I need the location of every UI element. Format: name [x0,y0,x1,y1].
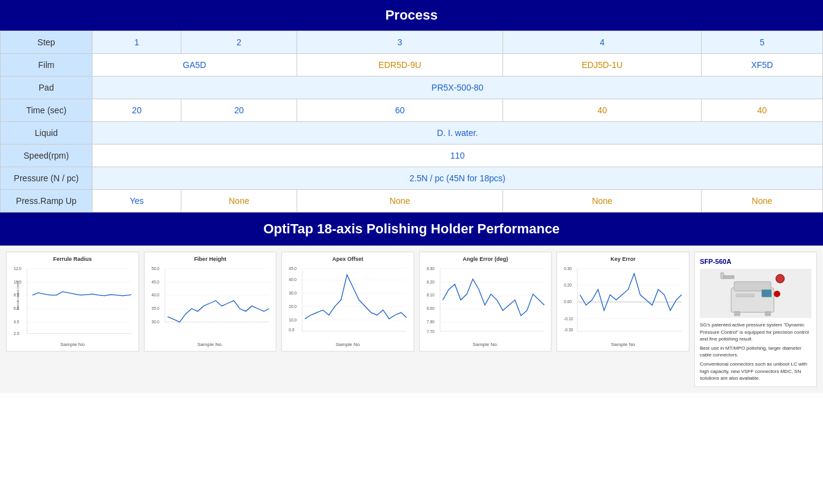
chart-fiber-height-title: Fiber Height [148,256,273,262]
time-label: Time (sec) [1,99,93,122]
chart-ferrule-radius-svg: 12.0 10.0 8.0 6.0 4.0 2.0 Ferrule radius… [10,265,135,338]
time-5: 40 [702,99,823,122]
svg-rect-70 [765,311,771,316]
svg-text:12.0: 12.0 [13,266,21,271]
svg-text:0.0: 0.0 [289,328,294,332]
step-label: Step [1,31,93,54]
svg-text:30.0: 30.0 [151,320,159,324]
pad-value: PR5X-500-80 [93,77,823,99]
film-label: Film [1,54,93,77]
svg-text:45.0: 45.0 [289,266,297,271]
speed-label: Speed(rpm) [1,145,93,167]
film-3: EDR5D-9U [297,54,503,77]
liquid-label: Liquid [1,122,93,145]
svg-text:8.20: 8.20 [427,280,434,284]
svg-text:30.0: 30.0 [289,291,297,295]
svg-text:20.0: 20.0 [289,304,297,309]
svg-text:50.0: 50.0 [151,266,159,271]
chart-fiber-height-svg: 50.0 45.0 40.0 35.0 30.0 [148,265,273,338]
speed-value: 110 [93,145,823,167]
svg-text:0.20: 0.20 [564,283,572,287]
step-1: 1 [93,31,181,54]
time-row: Time (sec) 20 20 60 40 40 [1,99,823,122]
film-1-2: GA5D [93,54,297,77]
pressure-label: Pressure (N / pc) [1,167,93,190]
chart-angle-error: Angle Error (deg) 8.30 8.20 8.10 8.00 7.… [419,252,552,352]
step-5: 5 [702,31,823,54]
svg-text:7.70: 7.70 [427,329,434,334]
svg-text:40.0: 40.0 [289,277,297,282]
svg-text:40.0: 40.0 [151,293,159,297]
chart-apex-offset-xlabel: Sample No [286,342,410,347]
chart-ferrule-radius-xlabel: Sample No [10,342,135,347]
process-table: Step 1 2 3 4 5 Film GA5D EDR5D-9U EDJ5D-… [0,31,823,213]
svg-rect-67 [721,273,724,279]
chart-key-error: Key Error 0.30 0.20 0.00 -0.10 -0.30 Sam… [556,252,689,352]
sfp-desc2: Best use in MT/MPO polishing, larger dia… [700,345,811,358]
svg-text:10.0: 10.0 [289,318,297,322]
svg-text:8.00: 8.00 [427,306,434,310]
chart-ferrule-radius: Ferrule Radius 12.0 10.0 8.0 6.0 4.0 2.0… [6,252,139,352]
performance-header: OptiTap 18-axis Polishing Holder Perform… [0,213,823,246]
sfp-desc3: Conventional connectors such as uniboot … [700,361,811,382]
pad-row: Pad PR5X-500-80 [1,77,823,99]
chart-ferrule-radius-title: Ferrule Radius [10,256,135,262]
chart-fiber-height: Fiber Height 50.0 45.0 40.0 35.0 30.0 Sa… [144,252,277,352]
svg-text:35.0: 35.0 [151,306,159,310]
svg-rect-71 [736,294,754,297]
chart-angle-error-title: Angle Error (deg) [423,256,548,262]
svg-text:4.0: 4.0 [13,320,19,324]
press-ramp-row: Press.Ramp Up Yes None None None None [1,190,823,213]
pressure-value: 2.5N / pc (45N for 18pcs) [93,167,823,190]
svg-text:7.90: 7.90 [427,320,434,324]
sfp-machine-svg [719,269,792,317]
pad-label: Pad [1,77,93,99]
chart-fiber-height-xlabel: Sample No. [148,342,273,347]
process-header: Process [0,0,823,31]
sfp-title: SFP-560A [700,257,811,266]
chart-key-error-title: Key Error [561,256,685,262]
film-5: XF5D [702,54,823,77]
svg-point-65 [774,291,780,297]
chart-angle-error-svg: 8.30 8.20 8.10 8.00 7.90 7.70 [423,265,548,338]
time-2: 20 [181,99,297,122]
svg-text:0.30: 0.30 [564,266,572,271]
svg-rect-64 [762,290,772,297]
liquid-value: D. I. water. [93,122,823,145]
press-ramp-3: None [297,190,503,213]
chart-angle-error-xlabel: Sample No. [423,342,548,347]
step-row: Step 1 2 3 4 5 [1,31,823,54]
press-ramp-5: None [702,190,823,213]
film-4: EDJ5D-1U [503,54,702,77]
svg-text:0.00: 0.00 [564,299,572,304]
svg-text:-0.30: -0.30 [564,328,574,332]
pressure-row: Pressure (N / pc) 2.5N / pc (45N for 18p… [1,167,823,190]
sfp-image [700,269,811,318]
time-1: 20 [93,99,181,122]
svg-text:2.0: 2.0 [13,331,19,336]
press-ramp-1: Yes [93,190,181,213]
chart-apex-offset-svg: 45.0 40.0 30.0 20.0 10.0 0.0 [286,265,410,338]
liquid-row: Liquid D. I. water. [1,122,823,145]
chart-key-error-svg: 0.30 0.20 0.00 -0.10 -0.30 [561,265,685,338]
svg-text:Ferrule radius (mm): Ferrule radius (mm) [16,280,20,310]
chart-apex-offset-title: Apex Offset [286,256,410,262]
press-ramp-label: Press.Ramp Up [1,190,93,213]
svg-text:-0.10: -0.10 [564,317,574,321]
speed-row: Speed(rpm) 110 [1,145,823,167]
chart-key-error-xlabel: Sample No [561,342,685,347]
time-3: 60 [297,99,503,122]
time-4: 40 [503,99,702,122]
svg-point-68 [776,274,784,283]
step-4: 4 [503,31,702,54]
svg-text:45.0: 45.0 [151,280,159,284]
step-3: 3 [297,31,503,54]
charts-section: Ferrule Radius 12.0 10.0 8.0 6.0 4.0 2.0… [0,246,823,393]
sfp-info-box: SFP-560A SG's [694,252,817,387]
film-row: Film GA5D EDR5D-9U EDJ5D-1U XF5D [1,54,823,77]
press-ramp-2: None [181,190,297,213]
sfp-desc1: SG's patented active pressure system "Dy… [700,322,811,342]
chart-apex-offset: Apex Offset 45.0 40.0 30.0 20.0 10.0 0.0… [281,252,414,352]
svg-rect-69 [734,311,740,316]
svg-text:8.10: 8.10 [427,293,434,297]
